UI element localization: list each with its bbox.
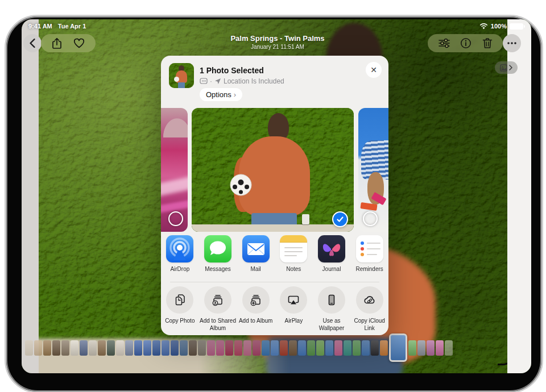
action-use-as-wallpaper[interactable]: Use as Wallpaper: [313, 286, 351, 332]
filmstrip-thumb[interactable]: [116, 340, 124, 356]
info-button[interactable]: [460, 37, 471, 49]
filmstrip-thumb[interactable]: [408, 340, 416, 356]
share-target-messages[interactable]: Messages: [199, 235, 237, 278]
shared-album-icon: [212, 294, 224, 306]
filmstrip-thumb[interactable]: [334, 340, 342, 356]
filmstrip-thumb[interactable]: [34, 340, 42, 356]
filmstrip-thumb[interactable]: [436, 340, 444, 356]
filmstrip-thumb[interactable]: [225, 340, 233, 356]
left-edge-panel: [22, 19, 39, 373]
filmstrip-thumb[interactable]: [180, 340, 188, 356]
carousel-photo-next[interactable]: [358, 108, 388, 232]
action-add-to-shared-album[interactable]: Add to Shared Album: [199, 286, 237, 332]
filmstrip-thumb[interactable]: [445, 340, 453, 356]
action-airplay[interactable]: AirPlay: [275, 286, 313, 332]
filmstrip-thumb[interactable]: [262, 340, 270, 356]
messages-icon: [204, 235, 231, 262]
battery-percent: 100%: [491, 23, 507, 30]
filmstrip-thumb[interactable]: [171, 340, 179, 356]
share-icon: [52, 37, 62, 49]
share-target-journal[interactable]: Journal: [313, 235, 351, 278]
more-button[interactable]: [503, 34, 521, 52]
filmstrip-thumb[interactable]: [253, 340, 260, 356]
filmstrip-thumb[interactable]: [134, 340, 142, 356]
gravel-strip: [192, 224, 354, 232]
share-target-reminders[interactable]: Reminders: [350, 235, 388, 278]
select-circle-unchecked[interactable]: [168, 211, 183, 226]
filmstrip-thumb[interactable]: [280, 340, 288, 356]
back-button[interactable]: [23, 34, 42, 52]
action-copy-icloud-link[interactable]: Copy iCloud Link: [350, 286, 388, 332]
action-copy-photo[interactable]: Copy Photo: [161, 286, 199, 332]
close-button[interactable]: ✕: [366, 62, 382, 78]
filmstrip-thumb[interactable]: [362, 340, 370, 356]
notes-icon: [280, 235, 307, 262]
share-target-airdrop[interactable]: AirDrop: [161, 235, 199, 278]
filmstrip-thumb[interactable]: [316, 340, 324, 356]
filmstrip[interactable]: [25, 335, 510, 361]
caption-icon: [200, 78, 208, 85]
filmstrip-thumb-selected[interactable]: [389, 333, 407, 362]
chevron-right-icon: ›: [234, 90, 236, 99]
delete-button[interactable]: [482, 37, 493, 49]
filmstrip-thumb[interactable]: [271, 340, 279, 356]
filmstrip-thumb[interactable]: [216, 340, 224, 356]
filmstrip-thumb[interactable]: [71, 340, 78, 356]
filmstrip-thumb[interactable]: [152, 340, 160, 356]
carousel-photo-previous[interactable]: [161, 108, 188, 232]
filmstrip-thumb[interactable]: [25, 340, 33, 356]
filmstrip-thumb[interactable]: [98, 340, 106, 356]
filmstrip-thumb[interactable]: [380, 340, 388, 356]
filmstrip-thumb[interactable]: [325, 340, 333, 356]
filmstrip-thumb[interactable]: [162, 340, 169, 356]
filmstrip-thumb[interactable]: [417, 340, 425, 356]
adjust-button[interactable]: [439, 38, 450, 48]
share-target-mail[interactable]: Mail: [237, 235, 275, 278]
filmstrip-thumb[interactable]: [198, 340, 206, 356]
chevron-right-icon: [509, 65, 512, 70]
filmstrip-thumb[interactable]: [427, 340, 435, 356]
trash-icon: [482, 37, 493, 49]
select-circle-unchecked[interactable]: [363, 211, 378, 226]
filmstrip-thumb[interactable]: [243, 340, 251, 356]
filmstrip-thumb[interactable]: [143, 340, 151, 356]
favorite-button[interactable]: [73, 38, 85, 48]
filmstrip-thumb[interactable]: [289, 340, 297, 356]
app-label: Journal: [322, 266, 341, 272]
filmstrip-thumb[interactable]: [43, 340, 51, 356]
filmstrip-thumb[interactable]: [307, 340, 315, 356]
photo-peek-pill[interactable]: [495, 61, 518, 74]
filmstrip-thumb[interactable]: [344, 340, 351, 356]
chevron-left-icon: [29, 38, 36, 48]
share-sheet: 1 Photo Selected · Location Is Included …: [161, 56, 388, 335]
share-target-notes[interactable]: Notes: [275, 235, 313, 278]
action-add-to-album[interactable]: Add to Album: [237, 286, 275, 332]
app-label: Notes: [286, 266, 301, 272]
filmstrip-thumb[interactable]: [61, 340, 69, 356]
filmstrip-thumb[interactable]: [353, 340, 361, 356]
select-circle-checked[interactable]: [332, 211, 348, 227]
filmstrip-thumb[interactable]: [80, 340, 88, 356]
airdrop-icon: [166, 235, 193, 262]
ipad-screen: 9:41 AM Tue Apr 1 100%: [22, 19, 531, 373]
dot-separator: ·: [210, 77, 212, 85]
selected-photo-thumbnail: [169, 63, 194, 88]
options-button[interactable]: Options ›: [200, 88, 242, 101]
status-bar-right: 100%: [479, 23, 523, 30]
app-label: Messages: [205, 266, 231, 272]
close-icon: ✕: [370, 65, 377, 74]
filmstrip-thumb[interactable]: [125, 340, 133, 356]
filmstrip-thumb[interactable]: [298, 340, 306, 356]
filmstrip-thumb[interactable]: [189, 340, 197, 356]
share-button[interactable]: [52, 37, 62, 49]
filmstrip-thumb[interactable]: [89, 340, 97, 356]
filmstrip-thumb[interactable]: [371, 340, 379, 356]
checkmark-icon: [337, 216, 344, 222]
filmstrip-thumb[interactable]: [207, 340, 215, 356]
info-icon: [460, 37, 471, 49]
filmstrip-thumb[interactable]: [107, 340, 115, 356]
app-label: Mail: [250, 266, 260, 272]
filmstrip-thumb[interactable]: [52, 340, 60, 356]
filmstrip-thumb[interactable]: [234, 340, 242, 356]
carousel-photo-selected[interactable]: [192, 108, 354, 232]
